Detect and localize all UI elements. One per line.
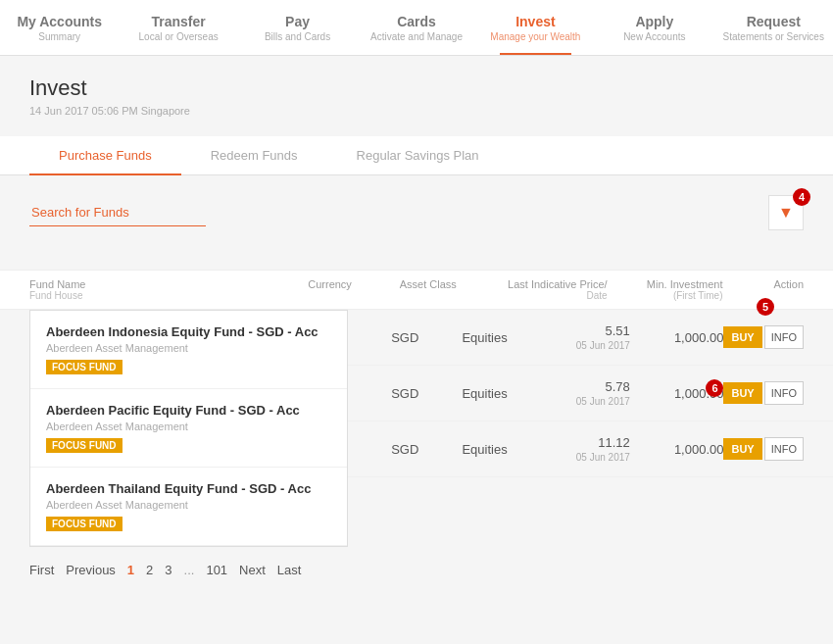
info-button-2[interactable]: INFO — [764, 381, 804, 405]
table-header: Fund Name Fund House Currency Asset Clas… — [0, 270, 833, 310]
page-title: Invest — [29, 75, 804, 101]
fund-data-panel: SGD Equities 5.51 05 Jun 2017 1,000.00 5… — [348, 310, 833, 547]
search-filter-row: 4 ▼ — [29, 195, 804, 230]
fund-row-3-actions: BUY INFO — [723, 437, 804, 461]
info-button-3[interactable]: INFO — [764, 437, 804, 461]
fund-row-2-left: Aberdeen Pacific Equity Fund - SGD - Acc… — [30, 389, 347, 468]
search-input[interactable] — [29, 199, 206, 226]
tab-purchase-funds[interactable]: Purchase Funds — [29, 136, 181, 174]
tab-redeem-funds[interactable]: Redeem Funds — [181, 136, 327, 174]
badge-5: 5 — [757, 298, 774, 316]
filter-button[interactable]: 4 ▼ — [768, 195, 804, 230]
fund-row-1-right: SGD Equities 5.51 05 Jun 2017 1,000.00 5… — [348, 310, 833, 366]
buy-button-1[interactable]: BUY — [723, 326, 761, 348]
nav-request[interactable]: Request Statements or Services — [714, 0, 833, 55]
header-price: Last Indicative Price/ Date — [480, 278, 608, 301]
page-content: Invest 14 Jun 2017 05:06 PM Singapore Pu… — [0, 56, 833, 270]
pagination-previous[interactable]: Previous — [66, 563, 116, 577]
pagination-next[interactable]: Next — [239, 563, 266, 577]
fund-row-1-left: Aberdeen Indonesia Equity Fund - SGD - A… — [30, 311, 347, 389]
buy-button-3[interactable]: BUY — [723, 438, 761, 460]
fund-row-3-left: Aberdeen Thailand Equity Fund - SGD - Ac… — [30, 468, 347, 546]
tab-regular-savings[interactable]: Regular Savings Plan — [327, 136, 509, 174]
fund-row-1-actions: 5 BUY INFO — [723, 325, 804, 349]
pagination-dots: ... — [184, 563, 195, 577]
fund-row-2-right: SGD Equities 5.78 05 Jun 2017 1,000.00 6… — [348, 366, 833, 421]
buy-button-2[interactable]: BUY — [723, 382, 761, 404]
pagination-page-1[interactable]: 1 — [127, 563, 134, 577]
pagination-first[interactable]: First — [29, 563, 54, 577]
header-min-investment: Min. Investment (First Time) — [608, 278, 723, 301]
pagination-page-2[interactable]: 2 — [146, 563, 153, 577]
fund-row-3-right: SGD Equities 11.12 05 Jun 2017 1,000.00 … — [348, 421, 833, 477]
filter-badge: 4 — [793, 188, 810, 206]
fund-table-body: Aberdeen Indonesia Equity Fund - SGD - A… — [0, 310, 833, 547]
tab-bar: Purchase Funds Redeem Funds Regular Savi… — [0, 136, 833, 175]
top-nav: My Accounts Summary Transfer Local or Ov… — [0, 0, 833, 56]
nav-cards[interactable]: Cards Activate and Manage — [357, 0, 475, 55]
info-button-1[interactable]: INFO — [764, 325, 804, 349]
header-fund-name: Fund Name Fund House — [29, 278, 283, 301]
filter-icon: ▼ — [778, 204, 794, 222]
pagination-last[interactable]: Last — [277, 563, 302, 577]
nav-pay[interactable]: Pay Bills and Cards — [238, 0, 357, 55]
header-currency: Currency — [283, 278, 375, 301]
nav-my-accounts[interactable]: My Accounts Summary — [0, 0, 119, 55]
nav-invest[interactable]: Invest Manage your Wealth — [476, 0, 595, 55]
page-subtitle: 14 Jun 2017 05:06 PM Singapore — [29, 105, 804, 117]
nav-transfer[interactable]: Transfer Local or Overseas — [119, 0, 237, 55]
pagination-page-101[interactable]: 101 — [206, 563, 227, 577]
fund-name-panel: Aberdeen Indonesia Equity Fund - SGD - A… — [29, 310, 348, 547]
fund-row-2-actions: 6 BUY INFO — [723, 381, 804, 405]
nav-apply[interactable]: Apply New Accounts — [595, 0, 713, 55]
header-asset-class: Asset Class — [376, 278, 480, 301]
pagination: First Previous 1 2 3 ... 101 Next Last — [0, 547, 833, 593]
pagination-page-3[interactable]: 3 — [165, 563, 172, 577]
